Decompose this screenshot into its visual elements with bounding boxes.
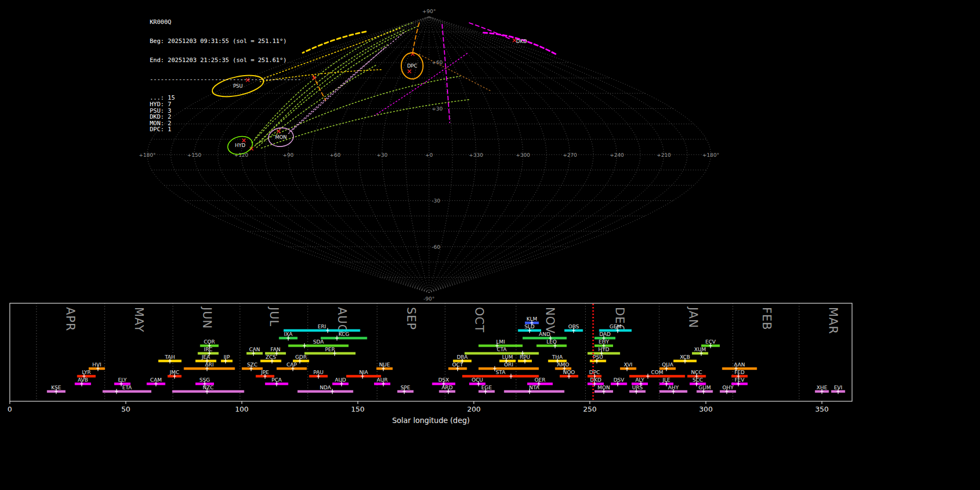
shower-code-label-KLM: KLM: [526, 316, 537, 322]
month-label-FEB: FEB: [760, 307, 773, 330]
pole-label-bottom: -90°: [424, 296, 434, 302]
shower-code-label-KCG: KCG: [339, 331, 350, 337]
shower-code-label-SDA: SDA: [313, 339, 324, 345]
shower-code-label-ORI: ORI: [504, 362, 513, 367]
shower-code-label-XUM: XUM: [694, 346, 706, 352]
lon-label: +0: [425, 152, 433, 158]
month-label-MAR: MAR: [826, 307, 840, 334]
peak-marker-STA: [510, 374, 513, 379]
x-tick-label: 0: [8, 405, 12, 413]
shower-code-label-LYR: LYR: [82, 369, 91, 375]
grid-meridian: [429, 17, 570, 293]
shower-code-label-DAD: DAD: [599, 331, 611, 337]
shower-code-label-XHE: XHE: [817, 384, 828, 390]
shower-code-label-RPU: RPU: [519, 354, 530, 360]
lon-label: +300: [516, 152, 530, 158]
x-tick-label: 300: [699, 405, 713, 413]
shower-bar-ETA: [102, 390, 151, 393]
shower-code-label-SZC: SZC: [247, 362, 258, 367]
lat-label: +30: [432, 106, 443, 112]
shower-code-label-ALY: ALY: [635, 377, 645, 383]
plot-canvas: +180°+150+120+90+60+30+0+330+300+270+240…: [0, 0, 980, 490]
peak-marker-ERI: [326, 328, 329, 333]
shower-code-label-MON: MON: [598, 384, 610, 390]
meteor-trail: [442, 24, 450, 122]
shower-code-label-DKD: DKD: [590, 377, 602, 383]
shower-code-label-AUR: AUR: [377, 377, 388, 383]
separator-line: ----------------------------------------…: [150, 76, 301, 83]
x-tick-label: 100: [235, 405, 249, 413]
shower-code-label-AHY: AHY: [668, 384, 679, 390]
shower-bar-KCG: [321, 337, 367, 340]
shower-code-label-PAU: PAU: [314, 369, 324, 375]
shower-code-label-NOO: NOO: [563, 369, 575, 375]
shower-code-label-JMC: JMC: [169, 369, 180, 375]
grid-meridian: [429, 17, 664, 293]
shower-code-label-IIP: IIP: [224, 354, 230, 360]
observation-info-panel: KR000Q Beg: 20251203 09:31:55 (sol = 251…: [150, 7, 301, 145]
shower-code-label-PER: PER: [325, 346, 335, 352]
shower-bar-PER: [304, 352, 356, 355]
shower-code-label-LUM: LUM: [502, 354, 513, 360]
shower-bar-ARI: [184, 367, 235, 370]
peak-marker-SDA: [303, 344, 306, 348]
shower-code-label-GDR: GDR: [295, 354, 307, 360]
lon-label: +330: [469, 152, 483, 158]
month-label-JAN: JAN: [687, 306, 700, 328]
shower-code-label-HYD: HYD: [598, 346, 609, 352]
shower-code-label-NZC: NZC: [203, 384, 214, 390]
shower-code-label-JPE: JPE: [261, 369, 270, 375]
x-axis-title: Solar longitude (deg): [392, 416, 470, 425]
shower-code-label-OCU: OCU: [471, 377, 483, 383]
shower-code-label-PSU: PSU: [593, 354, 603, 360]
shower-code-label-CAM: CAM: [150, 377, 162, 383]
lon-label: +180°: [702, 152, 719, 158]
shower-code-label-SLD: SLD: [524, 323, 535, 329]
radiant-x-marker: [408, 70, 411, 73]
shower-code-label-ARD: ARD: [442, 384, 452, 390]
x-tick-label: 200: [467, 405, 481, 413]
shower-code-label-ERI: ERI: [317, 323, 326, 329]
lon-label: +270: [563, 152, 577, 158]
lon-label: +180°: [139, 152, 156, 158]
lon-label: +240: [610, 152, 624, 158]
shower-code-label-URS: URS: [632, 384, 643, 390]
shower-count-sporadic: ...: 15: [150, 95, 301, 101]
lat-label: -30: [432, 198, 440, 204]
meteor-trail: [287, 48, 384, 134]
shower-code-label-SSG: SSG: [199, 377, 210, 383]
radiant-label-DKD: DKD: [516, 39, 527, 44]
shower-count-DKD: DKD: 2: [150, 114, 301, 120]
shower-count-MON: MON: 2: [150, 120, 301, 127]
shower-code-label-IXA: IXA: [284, 331, 292, 337]
shower-code-label-NIA: NIA: [359, 369, 369, 375]
x-tick-label: 250: [583, 405, 597, 413]
shower-code-label-AMO: AMO: [557, 362, 569, 367]
pole-label-top: +90°: [422, 8, 436, 14]
shower-code-label-FEV: FEV: [734, 377, 744, 383]
shower-code-label-NDA: NDA: [320, 384, 331, 390]
shower-code-label-OER: OER: [535, 377, 546, 383]
shower-code-label-ETA: ETA: [122, 384, 132, 390]
shower-code-label-XVI: XVI: [624, 362, 633, 367]
shower-code-label-ELY: ELY: [118, 377, 127, 383]
timeline-month-grid: APRMAYJUNJULAUGSEPOCTNOVDECJANFEBMAR: [36, 303, 840, 401]
shower-code-label-JEA: JEA: [201, 354, 210, 360]
shower-bar-NDA: [297, 390, 353, 393]
shower-code-label-EHY: EHY: [599, 339, 609, 345]
peak-marker-COM: [646, 374, 650, 379]
shower-code-label-DPC: DPC: [589, 369, 600, 375]
lat-label: +60: [432, 59, 443, 65]
radiant-label-DPC: DPC: [407, 63, 418, 69]
shower-code-label-DSX: DSX: [438, 377, 449, 383]
shower-code-label-FED: FED: [734, 369, 745, 375]
shower-code-label-LMI: LMI: [496, 339, 505, 345]
lon-label: +60: [329, 152, 340, 158]
shower-code-label-CTA: CTA: [497, 346, 507, 352]
station-code: KR000Q: [150, 19, 301, 26]
shower-code-label-OCT: OCT: [452, 362, 463, 367]
shower-code-label-IRC: IRC: [204, 346, 213, 352]
shower-code-label-GUM: GUM: [699, 384, 711, 390]
lon-label: +150: [187, 152, 201, 158]
shower-code-label-NCC: NCC: [691, 369, 702, 375]
